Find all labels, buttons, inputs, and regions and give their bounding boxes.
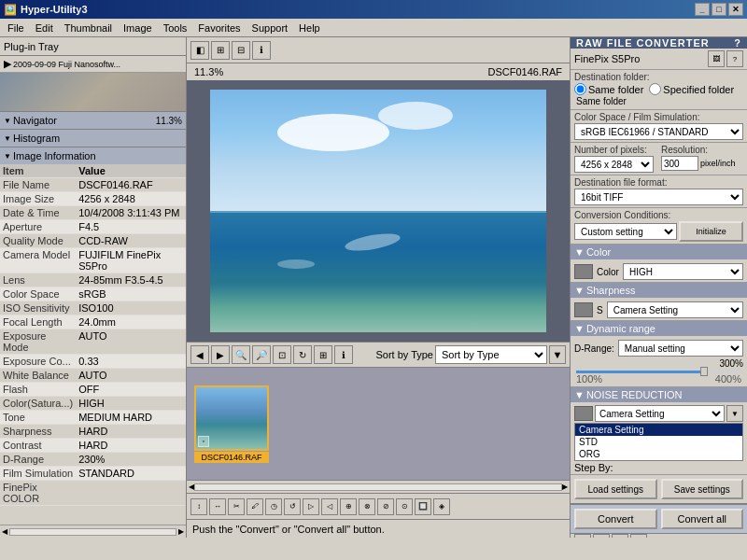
thumb-info-btn[interactable]: ℹ [334, 345, 353, 364]
minimize-btn[interactable]: _ [695, 3, 710, 16]
raw-icon-btn[interactable]: 🖼 [708, 50, 725, 67]
raw-icon-4[interactable]: ⊗ [630, 534, 647, 538]
pixels-dropdown[interactable]: 4256 x 2848 [574, 156, 654, 173]
tool-btn-11[interactable]: ⊘ [377, 498, 394, 515]
scroll-left[interactable]: ◀ [2, 527, 7, 536]
color-section-header[interactable]: ▼ Color [571, 245, 747, 259]
thumb-zoom-in-btn[interactable]: 🔍 [232, 345, 250, 364]
tool-btn-4[interactable]: 🖊 [247, 498, 263, 515]
menu-file[interactable]: File [2, 21, 30, 35]
sort-dropdown[interactable]: Sort by Type Sort by Name Sort by Date [435, 345, 547, 364]
raw-icon-1[interactable]: ⊞ [574, 534, 591, 538]
view-info-btn[interactable]: ℹ [252, 41, 271, 60]
drange-dropdown[interactable]: Manual setting [618, 340, 743, 357]
thumb-prev-btn[interactable]: ◀ [190, 345, 209, 364]
menu-edit[interactable]: Edit [30, 21, 59, 35]
menu-thumbnail[interactable]: Thumbnail [59, 21, 118, 35]
info-item-label: Exposure Co... [0, 355, 76, 369]
menu-help[interactable]: Help [293, 21, 326, 35]
tool-btn-5[interactable]: ◷ [265, 498, 282, 515]
drange-slider-track[interactable] [576, 371, 741, 373]
thumb-scroll-track[interactable] [194, 483, 562, 491]
color-space-dropdown[interactable]: sRGB IEC61966 / STANDARD [574, 123, 743, 140]
thumb-fit-btn[interactable]: ⊡ [273, 345, 291, 364]
tool-btn-7[interactable]: ▷ [303, 498, 319, 515]
color-space-label: Color Space / Film Simulation: [574, 112, 743, 122]
histogram-header[interactable]: ▼ Histogram [0, 130, 186, 147]
image-info-label: Image Information [13, 150, 96, 161]
noise-option-org[interactable]: ORG [575, 448, 742, 460]
menu-support[interactable]: Support [247, 21, 294, 35]
specified-folder-input[interactable] [649, 83, 661, 95]
same-folder-radio[interactable]: Same folder [574, 83, 643, 95]
maximize-btn[interactable]: □ [712, 3, 726, 16]
sharpness-section-header[interactable]: ▼ Sharpness [571, 283, 747, 298]
file-format-dropdown[interactable]: 16bit TIFF [574, 189, 743, 205]
info-row: ApertureF4.5 [0, 220, 186, 234]
navigator-header[interactable]: ▼ Navigator 11.3% [0, 112, 186, 129]
raw-icon-2[interactable]: ⊟ [593, 534, 610, 538]
save-settings-btn[interactable]: Save settings [661, 479, 744, 499]
info-item-label: Camera Model [0, 248, 76, 273]
convert-all-btn[interactable]: Convert all [661, 509, 744, 529]
close-btn[interactable]: ✕ [728, 3, 743, 16]
same-folder-path: Same folder [574, 95, 743, 107]
tool-btn-3[interactable]: ✂ [228, 498, 245, 515]
tool-btn-1[interactable]: ↕ [190, 498, 207, 515]
noise-arrow-btn[interactable]: ▼ [726, 405, 743, 422]
noise-option-camera[interactable]: Camera Setting [575, 424, 742, 436]
view-compare-btn[interactable]: ⊟ [232, 41, 250, 60]
menu-tools[interactable]: Tools [158, 21, 193, 35]
tool-btn-13[interactable]: 🔲 [415, 498, 431, 515]
drange-slider[interactable] [574, 371, 743, 373]
tool-btn-9[interactable]: ⊕ [340, 498, 357, 515]
same-folder-input[interactable] [574, 83, 586, 95]
tool-btn-10[interactable]: ⊗ [359, 498, 375, 515]
thumb-grid-btn[interactable]: ⊞ [314, 345, 332, 364]
info-scrollbar[interactable]: ◀ ▶ [0, 525, 186, 538]
noise-dropdown[interactable]: Camera Setting [595, 405, 725, 422]
view-single-btn[interactable]: ◧ [190, 41, 209, 60]
raw-help-icon[interactable]: ? [726, 50, 743, 67]
scroll-right[interactable]: ▶ [178, 527, 184, 536]
tool-btn-12[interactable]: ⊙ [396, 498, 413, 515]
noise-section-header[interactable]: ▼ NOISE REDUCTION [571, 387, 747, 402]
resolution-input[interactable] [661, 156, 698, 171]
convert-btn[interactable]: Convert [574, 509, 657, 529]
color-dropdown[interactable]: HIGH [623, 263, 743, 280]
thumb-scroll-right[interactable]: ▶ [562, 483, 568, 491]
sort-btn[interactable]: ▼ [549, 345, 566, 364]
info-item-label: Color(Satura...) [0, 397, 76, 411]
raw-help-btn[interactable]: ? [734, 37, 741, 49]
conversion-dropdown[interactable]: Custom setting [574, 223, 677, 240]
thumb-zoom-out-btn[interactable]: 🔎 [252, 345, 271, 364]
thumb-next-btn[interactable]: ▶ [211, 345, 230, 364]
menu-image[interactable]: Image [118, 21, 158, 35]
tool-btn-14[interactable]: ◈ [433, 498, 450, 515]
info-item-label: Aperture [0, 220, 76, 234]
initialize-btn[interactable]: Initialize [679, 221, 743, 242]
thumb-scrollbar[interactable]: ◀ ▶ [187, 480, 570, 493]
view-grid-btn[interactable]: ⊞ [211, 41, 230, 60]
noise-option-std[interactable]: STD [575, 436, 742, 448]
thumbnail-frame[interactable]: ▫ [194, 385, 269, 451]
resolution-label: Resolution: [661, 145, 736, 155]
thumb-rotate-btn[interactable]: ↻ [293, 345, 312, 364]
tool-btn-2[interactable]: ↔ [209, 498, 226, 515]
info-item-label: FinePix COLOR [0, 481, 76, 506]
drange-max: 400% [715, 373, 741, 385]
raw-icon-3[interactable]: ⊕ [612, 534, 628, 538]
image-info-header[interactable]: ▼ Image Information [0, 147, 186, 164]
tool-btn-6[interactable]: ↺ [284, 498, 301, 515]
dynamic-range-header[interactable]: ▼ Dynamic range [571, 321, 747, 336]
info-item-value: 24-85mm F3.5-4.5 [76, 273, 186, 287]
tool-btn-8[interactable]: ◁ [321, 498, 338, 515]
dynamic-range-section-label: Dynamic range [586, 323, 655, 334]
scroll-track[interactable] [9, 528, 176, 536]
drange-slider-thumb[interactable] [700, 367, 708, 376]
load-settings-btn[interactable]: Load settings [574, 479, 657, 499]
sharpness-dropdown[interactable]: Camera Setting [607, 301, 743, 318]
menu-favorites[interactable]: Favorites [192, 21, 246, 35]
specified-folder-radio[interactable]: Specified folder [649, 83, 734, 95]
thumbnail-item[interactable]: ▫ DSCF0146.RAF [194, 385, 269, 463]
